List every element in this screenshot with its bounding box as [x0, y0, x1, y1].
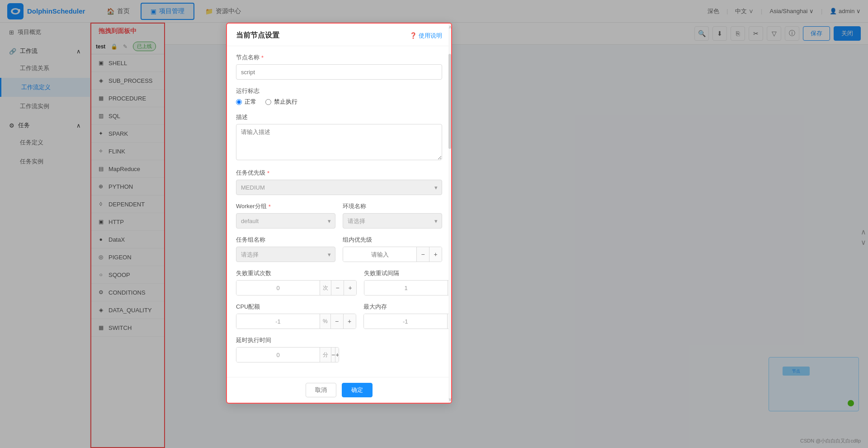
node-name-label: 节点名称 *: [236, 53, 442, 62]
retry-interval-stepper: 分 − +: [364, 280, 451, 295]
task-group-field: 任务组名称 请选择: [236, 236, 335, 262]
retry-times-field: 失败重试次数 次 − +: [236, 269, 357, 295]
worker-group-select[interactable]: default: [236, 213, 335, 229]
node-name-input[interactable]: [236, 64, 442, 80]
priority-field: 任务优先级 * MEDIUM: [236, 169, 442, 195]
description-input[interactable]: [236, 124, 442, 160]
worker-group-wrapper: default: [236, 213, 335, 229]
modal-scrollbar: ∧ ∨: [448, 24, 451, 403]
radio-disabled[interactable]: 禁止执行: [265, 98, 297, 106]
worker-group-field: Worker分组 * default: [236, 202, 335, 229]
priority-select[interactable]: MEDIUM: [236, 180, 442, 195]
scroll-up-btn[interactable]: ∧: [448, 24, 451, 29]
max-memory-field: 最大内存 MB − +: [363, 303, 451, 329]
modal-footer: 取消 确定: [227, 377, 451, 403]
description-field: 描述: [236, 113, 442, 162]
modal-help-link[interactable]: ❓ 使用说明: [410, 32, 442, 40]
group-priority-label: 组内优先级: [343, 236, 442, 244]
cancel-button[interactable]: 取消: [306, 383, 336, 397]
worker-env-row: Worker分组 * default 环境名称 请选择: [236, 202, 442, 236]
modal-body: 节点名称 * 运行标志 正常 禁止执行 描述: [227, 46, 451, 377]
task-group-row: 任务组名称 请选择 组内优先级 − +: [236, 236, 442, 269]
worker-group-label: Worker分组 *: [236, 202, 335, 210]
group-priority-field: 组内优先级 − +: [343, 236, 442, 262]
task-group-select[interactable]: 请选择: [236, 247, 335, 262]
retry-times-label: 失败重试次数: [236, 269, 357, 277]
retry-times-decrease[interactable]: −: [331, 281, 344, 295]
retry-interval-input[interactable]: [364, 281, 448, 295]
delay-time-input[interactable]: [236, 348, 320, 362]
retry-times-increase[interactable]: +: [344, 281, 356, 295]
env-name-label: 环境名称: [343, 202, 442, 210]
task-group-label: 任务组名称: [236, 236, 335, 244]
cpu-memory-row: CPU配额 % − + 最大内存 MB − +: [236, 303, 442, 336]
modal-scrollbar-thumb: [448, 54, 451, 149]
task-group-wrapper: 请选择: [236, 247, 335, 262]
delay-time-unit: 分: [320, 348, 331, 362]
delay-time-increase[interactable]: +: [335, 348, 339, 362]
cpu-quota-increase[interactable]: +: [343, 314, 356, 329]
node-settings-modal: ∧ ∨ 当前节点设置 ❓ 使用说明 节点名称 * 运行标志 正常: [226, 23, 452, 404]
delay-time-decrease[interactable]: −: [331, 348, 335, 362]
required-mark: *: [261, 54, 264, 61]
retry-row: 失败重试次数 次 − + 失败重试间隔 分 − +: [236, 269, 442, 303]
retry-interval-field: 失败重试间隔 分 − +: [364, 269, 451, 295]
cpu-quota-field: CPU配额 % − +: [236, 303, 356, 329]
radio-normal[interactable]: 正常: [236, 98, 256, 106]
group-priority-decrease[interactable]: −: [416, 247, 429, 262]
env-name-field: 环境名称 请选择: [343, 202, 442, 229]
env-name-wrapper: 请选择: [343, 213, 442, 229]
scroll-down-btn[interactable]: ∨: [448, 397, 451, 402]
retry-times-unit: 次: [320, 281, 331, 295]
cpu-quota-stepper: % − +: [236, 314, 356, 329]
delay-time-stepper: 分 − +: [236, 347, 339, 362]
delay-time-field: 延时执行时间 分 − +: [236, 336, 442, 362]
retry-times-stepper: 次 − +: [236, 280, 357, 295]
retry-times-input[interactable]: [236, 281, 320, 295]
group-priority-stepper: − +: [343, 247, 442, 262]
max-memory-stepper: MB − +: [363, 314, 451, 329]
priority-select-wrapper: MEDIUM: [236, 180, 442, 195]
help-icon: ❓: [410, 32, 417, 39]
confirm-button[interactable]: 确定: [342, 383, 373, 397]
retry-interval-label: 失败重试间隔: [364, 269, 451, 277]
cpu-quota-decrease[interactable]: −: [330, 314, 343, 329]
delay-time-label: 延时执行时间: [236, 336, 442, 344]
run-flag-group: 正常 禁止执行: [236, 98, 442, 106]
modal-header: 当前节点设置 ❓ 使用说明: [227, 24, 451, 46]
max-memory-label: 最大内存: [363, 303, 451, 311]
env-name-select[interactable]: 请选择: [343, 213, 442, 229]
group-priority-increase[interactable]: +: [429, 247, 442, 262]
node-name-field: 节点名称 *: [236, 53, 442, 80]
cpu-quota-label: CPU配额: [236, 303, 356, 311]
cpu-quota-unit: %: [320, 314, 330, 329]
group-priority-input[interactable]: [343, 247, 416, 262]
run-flag-label: 运行标志: [236, 87, 442, 95]
description-label: 描述: [236, 113, 442, 121]
modal-title: 当前节点设置: [236, 31, 279, 40]
cpu-quota-input[interactable]: [236, 314, 320, 329]
run-flag-field: 运行标志 正常 禁止执行: [236, 87, 442, 106]
max-memory-input[interactable]: [364, 314, 447, 329]
priority-label: 任务优先级 *: [236, 169, 442, 177]
